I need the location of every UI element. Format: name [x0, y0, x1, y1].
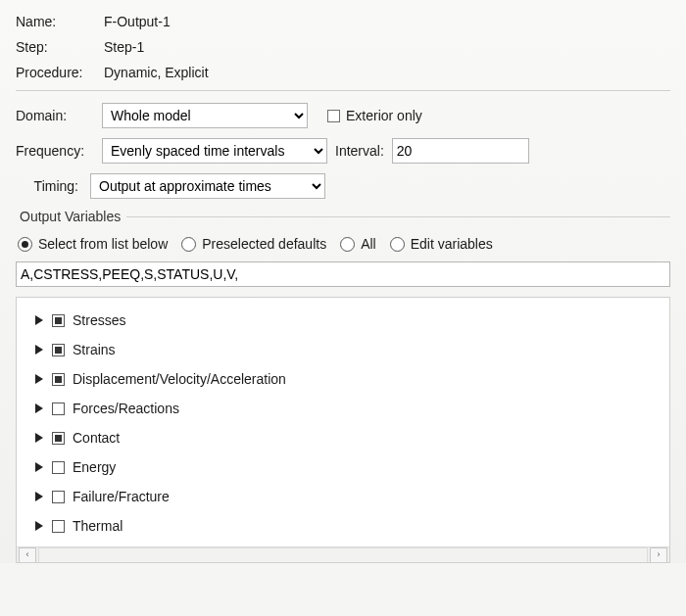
expand-arrow-icon[interactable]: [34, 492, 44, 501]
svg-marker-4: [35, 433, 43, 443]
tree-node-label: Forces/Reactions: [73, 401, 179, 416]
radio-all[interactable]: All: [340, 236, 376, 252]
value-name: F-Output-1: [104, 14, 171, 29]
tree-node-label: Contact: [73, 430, 120, 446]
tree-node-label: Strains: [73, 342, 116, 357]
tree-node-checkbox[interactable]: [52, 373, 65, 386]
output-mode-radio-group: Select from list below Preselected defau…: [16, 232, 670, 261]
tree-node-checkbox[interactable]: [52, 461, 65, 474]
expand-arrow-icon[interactable]: [34, 374, 44, 384]
tree-row[interactable]: Failure/Fracture: [34, 482, 662, 511]
timing-select[interactable]: Output at approximate times: [90, 173, 325, 199]
svg-marker-2: [35, 374, 43, 384]
tree-row[interactable]: Forces/Reactions: [34, 394, 662, 423]
tree-node-label: Stresses: [73, 312, 125, 328]
radio-preselected-defaults[interactable]: Preselected defaults: [181, 236, 326, 252]
tree-node-checkbox[interactable]: [52, 314, 65, 327]
radio-edit-variables[interactable]: Edit variables: [390, 236, 493, 252]
exterior-only-label: Exterior only: [346, 108, 422, 123]
expand-arrow-icon[interactable]: [34, 403, 44, 413]
tree-node-checkbox[interactable]: [52, 520, 65, 533]
row-timing: Timing: Output at approximate times: [16, 173, 670, 199]
svg-marker-1: [35, 345, 43, 355]
row-name: Name: F-Output-1: [16, 14, 670, 29]
svg-marker-6: [35, 492, 43, 501]
expand-arrow-icon[interactable]: [34, 521, 44, 531]
checkbox-box-icon: [327, 110, 340, 122]
radio-label: Select from list below: [38, 236, 168, 252]
radio-circle-icon: [181, 237, 196, 252]
row-step: Step: Step-1: [16, 39, 670, 55]
label-name: Name:: [16, 14, 104, 29]
svg-marker-7: [35, 521, 43, 531]
radio-circle-icon: [390, 237, 405, 252]
label-timing: Timing:: [16, 178, 82, 194]
horizontal-scrollbar[interactable]: ‹ ›: [17, 546, 669, 562]
radio-select-from-list[interactable]: Select from list below: [18, 236, 168, 252]
tree-row[interactable]: Contact: [34, 423, 662, 452]
expand-arrow-icon[interactable]: [34, 433, 44, 443]
value-procedure: Dynamic, Explicit: [104, 65, 209, 80]
expand-arrow-icon[interactable]: [34, 462, 44, 472]
field-output-dialog: Name: F-Output-1 Step: Step-1 Procedure:…: [0, 0, 686, 563]
variables-tree-panel: StressesStrainsDisplacement/Velocity/Acc…: [16, 297, 670, 563]
label-frequency: Frequency:: [16, 143, 94, 159]
output-variables-fieldset: Output Variables Select from list below …: [16, 209, 670, 563]
radio-circle-icon: [340, 237, 355, 252]
svg-marker-3: [35, 403, 43, 413]
label-interval: Interval:: [335, 143, 384, 159]
label-domain: Domain:: [16, 108, 94, 123]
radio-label: Edit variables: [411, 236, 493, 252]
tree-row[interactable]: Thermal: [34, 511, 662, 541]
label-procedure: Procedure:: [16, 65, 104, 80]
radio-dot-icon: [18, 237, 32, 252]
interval-input[interactable]: [392, 138, 529, 164]
tree-node-label: Failure/Fracture: [73, 489, 170, 504]
tree-row[interactable]: Stresses: [34, 306, 662, 335]
tree-node-checkbox[interactable]: [52, 491, 65, 503]
variables-string-input[interactable]: [16, 261, 670, 287]
separator: [16, 90, 670, 91]
exterior-only-checkbox[interactable]: Exterior only: [327, 108, 422, 123]
output-variables-legend: Output Variables: [16, 209, 126, 224]
value-step: Step-1: [104, 39, 144, 55]
radio-label: Preselected defaults: [202, 236, 326, 252]
expand-arrow-icon[interactable]: [34, 315, 44, 325]
tree-node-label: Thermal: [73, 518, 122, 534]
scroll-right-button[interactable]: ›: [650, 547, 667, 563]
tree-node-checkbox[interactable]: [52, 344, 65, 356]
row-frequency: Frequency: Evenly spaced time intervals …: [16, 138, 670, 164]
scroll-track[interactable]: [38, 547, 648, 563]
svg-marker-0: [35, 315, 43, 325]
tree-row[interactable]: Energy: [34, 452, 662, 482]
tree-node-checkbox[interactable]: [52, 403, 65, 415]
row-domain: Domain: Whole model Exterior only: [16, 103, 670, 128]
tree-node-label: Energy: [73, 459, 116, 475]
tree-node-checkbox[interactable]: [52, 432, 65, 445]
svg-marker-5: [35, 462, 43, 472]
label-step: Step:: [16, 39, 104, 55]
tree-node-label: Displacement/Velocity/Acceleration: [73, 371, 286, 387]
row-procedure: Procedure: Dynamic, Explicit: [16, 65, 670, 80]
radio-label: All: [361, 236, 376, 252]
tree-row[interactable]: Strains: [34, 335, 662, 364]
scroll-left-button[interactable]: ‹: [19, 547, 36, 563]
frequency-select[interactable]: Evenly spaced time intervals: [102, 138, 327, 164]
expand-arrow-icon[interactable]: [34, 345, 44, 355]
domain-select[interactable]: Whole model: [102, 103, 308, 128]
tree-row[interactable]: Displacement/Velocity/Acceleration: [34, 364, 662, 394]
variables-tree[interactable]: StressesStrainsDisplacement/Velocity/Acc…: [17, 298, 669, 548]
